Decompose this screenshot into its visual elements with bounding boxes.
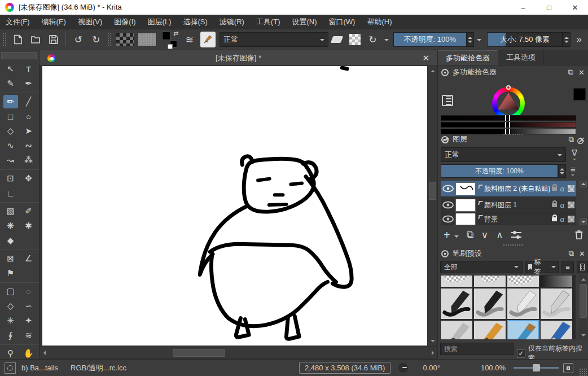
tool-contiguous-select[interactable]: ✦ <box>21 314 36 327</box>
tool-freehand-path[interactable]: ∾ <box>21 139 36 152</box>
toolbox-header[interactable] <box>1 52 37 59</box>
brush-search-input[interactable] <box>440 343 514 355</box>
color-slider-2[interactable] <box>441 122 576 128</box>
duplicate-layer-button[interactable]: ⧉ <box>467 229 473 241</box>
color-slider-2-handle[interactable] <box>505 122 510 128</box>
tool-assistants[interactable]: ⊠ <box>3 252 18 265</box>
selection-mode-icon[interactable] <box>5 362 16 374</box>
brush-filter-select[interactable]: 全部 <box>440 261 523 273</box>
tool-move[interactable]: ✥ <box>21 172 36 185</box>
brush-scroll-thumb[interactable] <box>580 284 587 318</box>
color-slider-1[interactable] <box>441 115 576 121</box>
brush-preset-eraser[interactable] <box>473 275 506 287</box>
tool-freehand-select[interactable]: ∽ <box>21 299 36 313</box>
foreground-color-swatch[interactable] <box>162 32 170 40</box>
brush-preset-paintbrush[interactable] <box>440 320 473 339</box>
tool-text[interactable]: T <box>21 62 36 76</box>
layer-properties-button[interactable] <box>511 231 521 239</box>
brush-list-options-button[interactable]: ≡ <box>561 261 573 273</box>
tool-rect-select[interactable]: ▢ <box>3 285 18 298</box>
brush-preset-watercolor-selected[interactable] <box>507 320 539 339</box>
move-layer-up-button[interactable]: ∧ <box>496 229 503 241</box>
layer-inherit-alpha-icon[interactable] <box>568 216 574 222</box>
tool-ellipse-select[interactable]: ◌ <box>21 285 36 298</box>
brush-scroll-up[interactable] <box>579 275 587 283</box>
tool-gradient[interactable]: ▧ <box>3 204 18 218</box>
tool-polyline[interactable]: ➤ <box>21 124 36 138</box>
tool-pan[interactable]: ✋ <box>21 347 36 360</box>
delete-layer-button[interactable] <box>575 230 583 239</box>
tool-colorize-mask[interactable]: ✱ <box>21 219 36 233</box>
menu-layer[interactable]: 图层(L) <box>148 17 172 27</box>
tool-bezier-select[interactable]: ∮ <box>3 329 18 342</box>
tool-edit-shapes[interactable]: ✎ <box>3 77 18 90</box>
brush-scroll-down[interactable] <box>579 331 587 339</box>
scroll-down-arrow[interactable] <box>428 336 437 345</box>
color-slider-1-handle[interactable] <box>505 115 510 121</box>
float-docker-icon[interactable]: ⧉ <box>569 135 574 144</box>
opacity-spinner[interactable] <box>467 32 475 47</box>
tool-calligraphy[interactable]: ✒ <box>21 77 36 90</box>
canvas-vertical-scrollbar[interactable] <box>428 66 437 346</box>
brush-preset-pen-silver[interactable] <box>540 288 573 320</box>
add-layer-button[interactable]: + <box>444 229 459 242</box>
layer-thumbnail[interactable] <box>455 182 476 195</box>
toolbar-grip2[interactable] <box>107 33 112 46</box>
docker-lock-icon[interactable] <box>441 250 449 257</box>
choose-workspace-button[interactable]: ≋ <box>182 32 197 47</box>
add-layer-dropdown[interactable] <box>451 229 459 242</box>
brush-editor-button[interactable] <box>200 32 216 47</box>
menu-image[interactable]: 图像(I) <box>114 17 135 27</box>
float-docker-icon[interactable]: ⧉ <box>569 249 574 258</box>
menu-view[interactable]: 视图(V) <box>78 17 102 27</box>
tool-polygon[interactable]: ◇ <box>3 124 18 138</box>
layer-list-scroll-down[interactable] <box>580 218 587 225</box>
menu-tools[interactable]: 工具(T) <box>256 17 280 27</box>
layer-opacity-slider[interactable]: 不透明度: 100% <box>441 164 558 178</box>
saturation-value-triangle[interactable] <box>498 93 519 113</box>
document-tab[interactable]: [未保存图像] * ✕ <box>40 50 437 66</box>
close-docker-icon[interactable]: ✕ <box>579 135 585 144</box>
docker-lock-icon[interactable] <box>441 136 449 143</box>
tool-bezier-curve[interactable]: ∿ <box>3 139 18 152</box>
close-docker-icon[interactable]: ✕ <box>578 68 585 77</box>
layer-blend-mode-select[interactable]: 正常 <box>441 147 566 162</box>
resize-grip[interactable] <box>579 368 587 376</box>
reload-preset-button[interactable]: ↻ <box>365 32 380 47</box>
layer-row-paint1[interactable]: 颜料图层 1 α <box>441 197 576 213</box>
layer-thumbnail[interactable] <box>455 213 476 225</box>
color-profile-label[interactable]: RGB/透明...rc.icc <box>71 363 126 373</box>
toolbar-overflow-button[interactable]: » <box>572 32 587 47</box>
layer-inherit-alpha-icon[interactable] <box>568 202 574 208</box>
menu-file[interactable]: 文件(F) <box>6 17 30 27</box>
tool-rectangle[interactable]: □ <box>3 110 18 123</box>
tool-ellipse[interactable]: ○ <box>21 110 36 123</box>
image-dimensions[interactable]: 2,480 x 3,508 (34.6 MiB) <box>299 362 390 374</box>
horizontal-scroll-thumb[interactable] <box>173 349 225 357</box>
layer-alpha-icon[interactable]: α <box>560 215 564 224</box>
menu-filter[interactable]: 滤镜(R) <box>220 17 244 27</box>
tool-select-shapes[interactable]: ↖ <box>3 62 18 76</box>
gradient-swatch[interactable] <box>116 33 134 46</box>
brush-preset-eraser[interactable] <box>440 275 473 287</box>
move-layer-down-button[interactable]: ∨ <box>481 229 488 241</box>
opacity-dropdown-arrow[interactable] <box>474 34 481 45</box>
scroll-right-arrow[interactable] <box>428 348 437 357</box>
zoom-percentage[interactable]: 100.0% <box>481 364 506 372</box>
tool-crop[interactable]: ∟ <box>3 186 18 200</box>
brush-preset-pen-black[interactable] <box>440 288 473 320</box>
menu-select[interactable]: 选择(S) <box>183 17 207 27</box>
layer-alpha-icon[interactable]: α <box>560 185 564 193</box>
pattern-swatch[interactable] <box>138 33 156 46</box>
tab-advanced-color-selector[interactable]: 多功能拾色器 <box>438 50 498 65</box>
background-color-swatch[interactable] <box>170 40 177 47</box>
tab-tool-options[interactable]: 工具选项 <box>498 50 544 65</box>
canvas-rotation-value[interactable]: 0.00° <box>423 364 440 372</box>
zoom-slider[interactable] <box>514 367 559 369</box>
tool-dynamic-brush[interactable]: ↝ <box>3 154 18 167</box>
tool-similar-select[interactable]: ✳ <box>3 314 18 327</box>
layer-visible-icon[interactable] <box>441 185 455 193</box>
search-in-tag-checkbox[interactable]: ✓ <box>517 349 525 358</box>
brush-preset-pencil-blue[interactable] <box>540 320 573 339</box>
canvas-rotation-dial[interactable] <box>398 363 408 373</box>
